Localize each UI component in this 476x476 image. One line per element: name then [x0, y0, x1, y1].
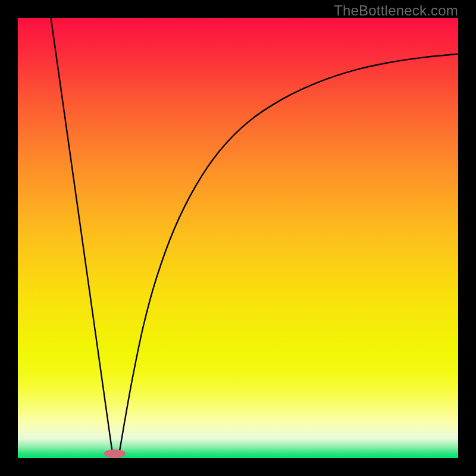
minimum-marker — [104, 449, 126, 458]
bottleneck-chart — [18, 18, 458, 458]
gradient-background — [18, 18, 458, 458]
watermark-text: TheBottleneck.com — [334, 2, 458, 19]
chart-frame: TheBottleneck.com — [0, 0, 476, 476]
